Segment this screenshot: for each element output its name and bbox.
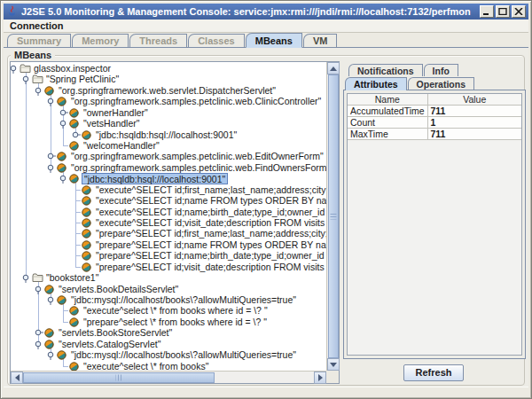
tree-node-label[interactable]: glassbox.inspector <box>32 63 113 74</box>
tree-node-label[interactable]: "org.springframework.samples.petclinic.w… <box>69 151 325 161</box>
tree-row[interactable]: "servlets.BookStoreServlet" <box>11 327 326 339</box>
tab-notifications[interactable]: Notifications <box>348 64 423 76</box>
tree-row[interactable]: "jdbc:hsqldb:hsql://localhost:9001" <box>11 129 326 141</box>
tree-row[interactable]: "org.springframework.samples.petclinic.w… <box>11 162 326 174</box>
attribute-value[interactable]: 711 <box>427 129 521 140</box>
tree-row[interactable]: "org.springframework.samples.petclinic.w… <box>11 151 326 162</box>
tab-threads[interactable]: Threads <box>129 34 187 47</box>
tree-node-label[interactable]: "prepare^select \* from books where id =… <box>82 317 269 327</box>
expand-handle-icon[interactable] <box>58 107 68 118</box>
tree-node-label[interactable]: "servlets.CatalogServlet" <box>57 339 162 349</box>
tree-node-label-selected[interactable]: "jdbc:hsqldb:hsql://localhost:9001" <box>82 173 228 184</box>
tree-row[interactable]: "ownerHandler" <box>11 107 326 119</box>
tree-node-label[interactable]: "prepare^SELECT id;first_name;last_name;… <box>94 228 326 239</box>
tree-row[interactable]: "execute^select \* from books" <box>11 361 326 371</box>
tree-node-label[interactable]: "execute^SELECT id;visit_date;descriptio… <box>94 217 326 228</box>
tree-node-label[interactable]: "org.springframework.samples.petclinic.w… <box>69 162 326 173</box>
tab-mbeans[interactable]: MBeans <box>246 33 302 48</box>
attribute-row-maxtime[interactable]: MaxTime711 <box>348 129 521 140</box>
expand-handle-icon[interactable] <box>70 129 81 140</box>
tree-row[interactable]: "jdbc:hsqldb:hsql://localhost:9001" <box>11 173 326 184</box>
collapse-handle-icon[interactable] <box>45 162 56 173</box>
attribute-row-count[interactable]: Count1 <box>348 117 521 129</box>
tree-row[interactable]: "jdbc:mysql://localhost/books\?allowMult… <box>11 349 326 361</box>
tree-row[interactable]: "prepare^SELECT id;name;birth_date;type_… <box>11 250 326 262</box>
tab-operations[interactable]: Operations <box>408 77 474 90</box>
tree-row[interactable]: "jdbc:mysql://localhost/books\?allowMult… <box>11 294 326 306</box>
tree-node-label[interactable]: "servlets.BookStoreServlet" <box>57 327 174 338</box>
tree-node-label[interactable]: "prepare^SELECT id;name;birth_date;type_… <box>94 250 326 261</box>
collapse-handle-icon[interactable] <box>11 63 19 74</box>
tree-node-label[interactable]: "welcomeHandler" <box>82 140 161 151</box>
refresh-button[interactable]: Refresh <box>403 364 464 381</box>
collapse-handle-icon[interactable] <box>58 118 68 129</box>
tree-row[interactable]: "welcomeHandler" <box>11 140 326 152</box>
tree-row[interactable]: "Spring PetClinic" <box>11 74 326 85</box>
title-bar[interactable]: J2SE 5.0 Monitoring & Management Console… <box>4 4 528 20</box>
tree-row[interactable]: "vetsHandler" <box>11 118 326 129</box>
tree-node-label[interactable]: "servlets.BookDetailsServlet" <box>57 284 180 294</box>
scroll-right-button[interactable] <box>314 372 326 384</box>
mbean-tree[interactable]: glassbox.inspector"Spring PetClinic""org… <box>11 62 326 371</box>
attribute-value[interactable]: 1 <box>427 117 521 129</box>
tree-row[interactable]: "execute^select \* from books where id =… <box>11 305 326 317</box>
scroll-down-button[interactable] <box>327 358 340 371</box>
collapse-handle-icon[interactable] <box>33 85 43 96</box>
collapse-handle-icon[interactable] <box>45 96 56 106</box>
tree-node-label[interactable]: "org.springframework.web.servlet.Dispatc… <box>57 85 278 96</box>
tree-node-label[interactable]: "jdbc:mysql://localhost/books\?allowMult… <box>69 349 298 360</box>
attribute-value[interactable]: 711 <box>427 106 521 117</box>
tab-classes[interactable]: Classes <box>188 34 245 47</box>
tree-row[interactable]: "execute^SELECT id;name;birth_date;type_… <box>11 207 326 218</box>
tree-row[interactable]: "org.springframework.web.servlet.Dispatc… <box>11 85 326 97</box>
attribute-row-accumulatedtime[interactable]: AccumulatedTime711 <box>348 106 521 117</box>
collapse-handle-icon[interactable] <box>45 294 56 305</box>
tree-node-label[interactable]: "execute^select \* from books" <box>82 361 210 371</box>
scroll-up-button[interactable] <box>327 62 340 74</box>
tree-row[interactable]: "servlets.CatalogServlet" <box>11 339 326 350</box>
tree-node-label[interactable]: "ownerHandler" <box>82 107 150 118</box>
tree-row[interactable]: "prepare^select \* from books where id =… <box>11 317 326 328</box>
tree-row[interactable]: "execute^SELECT id;visit_date;descriptio… <box>11 217 326 229</box>
tab-vm[interactable]: VM <box>303 34 338 47</box>
collapse-handle-icon[interactable] <box>20 272 31 283</box>
collapse-handle-icon[interactable] <box>33 339 43 349</box>
tree-row[interactable]: "execute^SELECT id;name FROM types ORDER… <box>11 195 326 207</box>
column-header-value[interactable]: Value <box>427 94 521 106</box>
tab-memory[interactable]: Memory <box>72 34 129 47</box>
tree-node-label[interactable]: "execute^SELECT id;name;birth_date;type_… <box>94 207 326 217</box>
column-header-name[interactable]: Name <box>348 94 427 106</box>
tree-node-label[interactable]: "prepare^SELECT id;name FROM types ORDER… <box>94 239 326 250</box>
tree-horizontal-scrollbar[interactable] <box>11 371 326 383</box>
tree-row[interactable]: "bookstore1" <box>11 272 326 284</box>
vertical-scroll-thumb[interactable] <box>328 74 339 358</box>
tree-node-label[interactable]: "execute^SELECT id;first_name;last_name;… <box>94 184 326 195</box>
tree-node-label[interactable]: "Spring PetClinic" <box>44 74 121 84</box>
menu-connection[interactable]: Connection <box>4 20 70 32</box>
minimize-button[interactable] <box>480 5 494 18</box>
tab-attributes[interactable]: Attributes <box>345 77 407 90</box>
close-button[interactable] <box>512 5 526 18</box>
tree-node-label[interactable]: "bookstore1" <box>44 272 100 283</box>
tree-node-label[interactable]: "execute^SELECT id;name FROM types ORDER… <box>94 195 326 206</box>
scroll-left-button[interactable] <box>11 372 23 384</box>
tree-row[interactable]: "org.springframework.samples.petclinic.w… <box>11 96 326 107</box>
tree-node-label[interactable]: "org.springframework.samples.petclinic.w… <box>69 96 323 106</box>
tree-row[interactable]: glassbox.inspector <box>11 63 326 74</box>
tree-node-label[interactable]: "vetsHandler" <box>82 118 141 129</box>
tree-node-label[interactable]: "jdbc:mysql://localhost/books\?allowMult… <box>69 294 298 305</box>
collapse-handle-icon[interactable] <box>45 349 56 360</box>
expand-handle-icon[interactable] <box>45 151 56 161</box>
tab-info[interactable]: Info <box>424 64 458 76</box>
horizontal-scroll-thumb[interactable] <box>23 372 215 383</box>
tree-node-label[interactable]: "prepare^SELECT id;visit_date;descriptio… <box>94 262 326 272</box>
tree-vertical-scrollbar[interactable] <box>326 62 339 371</box>
tree-row[interactable]: "execute^SELECT id;first_name;last_name;… <box>11 184 326 196</box>
tab-summary[interactable]: Summary <box>7 34 71 47</box>
tree-node-label[interactable]: "execute^select \* from books where id =… <box>82 305 270 316</box>
expand-handle-icon[interactable] <box>33 327 43 338</box>
maximize-button[interactable] <box>496 5 510 18</box>
tree-row[interactable]: "prepare^SELECT id;visit_date;descriptio… <box>11 262 326 273</box>
tree-node-label[interactable]: "jdbc:hsqldb:hsql://localhost:9001" <box>94 129 239 140</box>
collapse-handle-icon[interactable] <box>58 173 68 184</box>
